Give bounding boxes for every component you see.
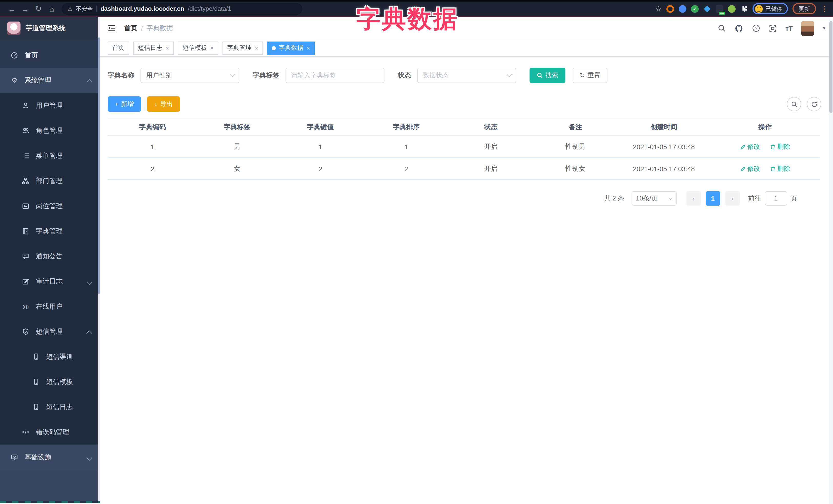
delete-link[interactable]: 删除	[770, 164, 790, 173]
tab-sms-template[interactable]: 短信模板×	[178, 41, 218, 55]
extensions-puzzle-icon[interactable]	[740, 5, 748, 13]
sidebar-item-sms-channel[interactable]: 短信渠道	[0, 344, 100, 369]
dashboard-icon	[10, 51, 19, 59]
sidebar-item-infrastructure[interactable]: 基础设施	[0, 445, 100, 470]
filter-form: 字典名称 用户性别 字典标签 请输入字典标签 状态 数据状态 搜索	[108, 67, 825, 83]
chevron-up-icon	[87, 78, 92, 82]
phone-icon	[32, 404, 40, 410]
user-avatar[interactable]	[802, 21, 814, 35]
window-scrollbar-thumb[interactable]	[829, 21, 832, 113]
status-select[interactable]: 数据状态	[417, 68, 516, 83]
dict-label-input[interactable]: 请输入字典标签	[286, 68, 384, 83]
address-bar[interactable]: ⚠ 不安全 dashboard.yudao.iocoder.cn/dict/ty…	[62, 3, 303, 15]
insecure-label[interactable]: 不安全	[76, 5, 93, 13]
profile-paused-pill[interactable]: 已暂停	[753, 3, 788, 14]
status-text: 开启	[449, 158, 533, 180]
browser-forward-icon[interactable]: →	[19, 4, 32, 13]
plus-icon: +	[115, 101, 118, 107]
navbar-actions: ? тT ▾	[718, 21, 825, 35]
sidebar-item-roles[interactable]: 角色管理	[0, 118, 100, 143]
sidebar-item-departments[interactable]: 部门管理	[0, 168, 100, 193]
main-area: 首页 / 字典数据 ? тT ▾	[100, 17, 833, 503]
edit-link[interactable]: 修改	[740, 142, 760, 151]
browser-home-icon[interactable]: ⌂	[45, 4, 58, 13]
sidebar-item-posts[interactable]: 岗位管理	[0, 193, 100, 218]
sidebar-item-menus[interactable]: 菜单管理	[0, 143, 100, 168]
sidebar-item-users[interactable]: 用户管理	[0, 93, 100, 118]
current-page-button[interactable]: 1	[706, 191, 720, 206]
sidebar-scrollbar-thumb[interactable]	[98, 38, 100, 294]
search-button[interactable]: 搜索	[529, 68, 565, 83]
sidebar-item-notices[interactable]: 通知公告	[0, 243, 100, 269]
refresh-table-button[interactable]	[807, 97, 821, 111]
avatar-caret-icon[interactable]: ▾	[823, 26, 825, 31]
bookmark-star-icon[interactable]: ☆	[656, 5, 662, 13]
tab-dict-data[interactable]: 字典数据×	[267, 41, 315, 55]
fullscreen-icon[interactable]	[769, 24, 777, 32]
menu-list-icon	[22, 152, 30, 159]
close-icon[interactable]: ×	[307, 44, 310, 51]
extension-orange-icon[interactable]	[666, 5, 674, 13]
sidebar-item-sms-template[interactable]: 短信模板	[0, 369, 100, 394]
header-search-icon[interactable]	[718, 24, 726, 32]
prev-page-button[interactable]: ‹	[686, 191, 700, 206]
sidebar-item-online-users[interactable]: (()) 在线用户	[0, 294, 100, 319]
add-button[interactable]: + 新增	[108, 96, 141, 112]
next-page-button[interactable]: ›	[725, 191, 739, 206]
edit-link[interactable]: 修改	[740, 164, 760, 173]
sidebar-item-error-codes[interactable]: </> 错误码管理	[0, 419, 100, 445]
export-button[interactable]: ↓ 导出	[147, 96, 180, 112]
sidebar-fold-icon[interactable]	[108, 24, 116, 32]
dict-label-label: 字典标签	[253, 71, 279, 80]
sidebar-scrollbar[interactable]	[98, 17, 100, 503]
close-icon[interactable]: ×	[210, 44, 214, 51]
sidebar-item-dict[interactable]: 字典管理	[0, 218, 100, 243]
page-content: 字典名称 用户性别 字典标签 请输入字典标签 状态 数据状态 搜索	[100, 57, 833, 503]
shield-check-icon	[22, 328, 30, 335]
browser-update-button[interactable]: 更新	[792, 3, 816, 14]
page-size-select[interactable]: 10条/页	[631, 191, 676, 206]
sidebar-item-system[interactable]: ⚙ 系统管理	[0, 68, 100, 93]
svg-text:?: ?	[755, 26, 757, 31]
chevron-down-icon	[87, 279, 92, 284]
sidebar-item-sms-log[interactable]: 短信日志	[0, 394, 100, 419]
breadcrumb-home[interactable]: 首页	[124, 24, 137, 33]
window-scrollbar[interactable]	[829, 20, 833, 504]
tab-home[interactable]: 首页	[108, 41, 129, 55]
github-icon[interactable]	[735, 24, 743, 32]
col-dict-sort: 字典排序	[364, 118, 449, 136]
col-remark: 备注	[533, 118, 618, 136]
goto-page-input[interactable]: 1	[765, 191, 787, 206]
tab-dict-manage[interactable]: 字典管理×	[222, 41, 263, 55]
help-icon[interactable]: ?	[752, 24, 760, 32]
extension-green-icon[interactable]	[728, 5, 736, 13]
extension-blue-icon[interactable]	[679, 5, 686, 13]
close-icon[interactable]: ×	[255, 44, 258, 51]
gear-icon: ⚙	[10, 76, 19, 84]
pagination: 共 2 条 10条/页 ‹ 1 › 前往 1 页	[108, 191, 825, 206]
browser-back-icon[interactable]: ←	[5, 4, 19, 13]
tab-sms-log[interactable]: 短信日志×	[133, 41, 174, 55]
extension-on-icon[interactable]: on	[716, 5, 723, 13]
breadcrumb-separator: /	[141, 24, 143, 32]
delete-link[interactable]: 删除	[770, 142, 790, 151]
monitor-icon	[10, 454, 19, 461]
sidebar-item-audit-log[interactable]: 审计日志	[0, 269, 100, 294]
toggle-search-button[interactable]	[787, 97, 801, 111]
browser-menu-icon[interactable]: ⋮	[821, 5, 828, 13]
extension-diamond-icon[interactable]	[703, 5, 711, 13]
sidebar-item-home[interactable]: 首页	[0, 43, 100, 68]
sidebar-item-sms[interactable]: 短信管理	[0, 319, 100, 344]
browser-reload-icon[interactable]: ↻	[32, 4, 45, 13]
goto-label: 前往	[748, 194, 761, 203]
sidebar-logo[interactable]: 芋道管理系统	[0, 17, 100, 40]
font-size-icon[interactable]: тT	[785, 24, 793, 32]
dict-name-select[interactable]: 用户性别	[140, 68, 239, 83]
breadcrumb-current: 字典数据	[146, 24, 173, 33]
reset-button[interactable]: ↻ 重置	[573, 68, 608, 83]
extension-check-icon[interactable]: ✓	[691, 5, 699, 13]
logo-image	[7, 22, 21, 35]
browser-actions: ☆ ✓ on 已暂停 更新 ⋮	[656, 3, 828, 14]
app-shell: 芋道管理系统 首页 ⚙ 系统管理 用户管理	[0, 17, 833, 503]
close-icon[interactable]: ×	[166, 44, 169, 51]
